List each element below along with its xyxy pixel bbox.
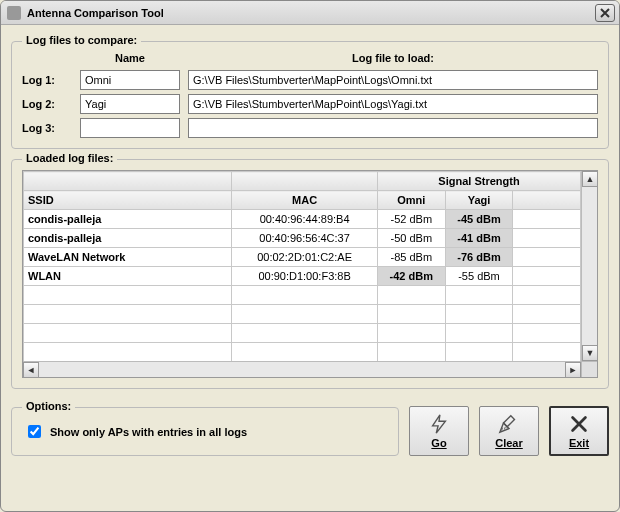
table-row-empty	[24, 324, 581, 343]
exit-button[interactable]: Exit	[549, 406, 609, 456]
col-header-file: Log file to load:	[188, 52, 598, 64]
window-content: Log files to compare: Name Log file to l…	[1, 25, 619, 466]
lightning-icon	[428, 413, 450, 435]
loaded-logs-legend: Loaded log files:	[22, 152, 117, 164]
show-only-checkbox[interactable]	[28, 425, 41, 438]
log-files-group: Log files to compare: Name Log file to l…	[11, 41, 609, 149]
scroll-track-h[interactable]	[39, 362, 565, 377]
log2-name-input[interactable]	[80, 94, 180, 114]
app-icon	[7, 6, 21, 20]
col-header-name: Name	[80, 52, 180, 64]
loaded-logs-group: Loaded log files: Signal Strength	[11, 159, 609, 389]
cell-extra	[513, 229, 581, 248]
show-only-checkbox-row[interactable]: Show only APs with entries in all logs	[22, 418, 388, 445]
th-omni[interactable]: Omni	[377, 191, 445, 210]
cell-yagi: -76 dBm	[445, 248, 513, 267]
th-mac[interactable]: MAC	[232, 191, 378, 210]
log3-file-input[interactable]	[188, 118, 598, 138]
cell-ssid: condis-palleja	[24, 229, 232, 248]
table-row-empty	[24, 343, 581, 362]
cell-mac: 00:40:96:44:89:B4	[232, 210, 378, 229]
scrollbar-horizontal[interactable]: ◄ ►	[23, 361, 581, 377]
log2-label: Log 2:	[22, 98, 72, 110]
th-blank-ssid[interactable]	[24, 172, 232, 191]
cell-omni: -42 dBm	[377, 267, 445, 286]
close-icon	[600, 8, 610, 18]
go-button-label: Go	[431, 437, 446, 449]
results-table-container: Signal Strength SSID MAC Omni Yagi condi…	[22, 170, 598, 378]
cell-yagi: -55 dBm	[445, 267, 513, 286]
cell-omni: -85 dBm	[377, 248, 445, 267]
app-window: Antenna Comparison Tool Log files to com…	[0, 0, 620, 512]
th-blank-mac[interactable]	[232, 172, 378, 191]
options-group: Options: Show only APs with entries in a…	[11, 407, 399, 456]
scroll-left-button[interactable]: ◄	[23, 362, 39, 378]
close-button[interactable]	[595, 4, 615, 22]
log3-name-input[interactable]	[80, 118, 180, 138]
th-signal-strength[interactable]: Signal Strength	[377, 172, 580, 191]
window-title: Antenna Comparison Tool	[27, 7, 595, 19]
scroll-corner	[581, 361, 597, 377]
cell-omni: -50 dBm	[377, 229, 445, 248]
show-only-label: Show only APs with entries in all logs	[50, 426, 247, 438]
th-extra[interactable]	[513, 191, 581, 210]
scrollbar-vertical[interactable]: ▲ ▼	[581, 171, 597, 361]
cell-ssid: WaveLAN Network	[24, 248, 232, 267]
titlebar: Antenna Comparison Tool	[1, 1, 619, 25]
cell-ssid: condis-palleja	[24, 210, 232, 229]
cell-extra	[513, 267, 581, 286]
log-files-legend: Log files to compare:	[22, 34, 141, 46]
exit-button-label: Exit	[569, 437, 589, 449]
scroll-right-button[interactable]: ►	[565, 362, 581, 378]
scroll-up-button[interactable]: ▲	[582, 171, 598, 187]
scroll-down-button[interactable]: ▼	[582, 345, 598, 361]
results-table: Signal Strength SSID MAC Omni Yagi condi…	[23, 171, 581, 361]
table-row[interactable]: condis-palleja00:40:96:56:4C:37-50 dBm-4…	[24, 229, 581, 248]
clear-button-label: Clear	[495, 437, 523, 449]
log1-name-input[interactable]	[80, 70, 180, 90]
log2-file-input[interactable]	[188, 94, 598, 114]
table-body: condis-palleja00:40:96:44:89:B4-52 dBm-4…	[24, 210, 581, 362]
cell-omni: -52 dBm	[377, 210, 445, 229]
go-button[interactable]: Go	[409, 406, 469, 456]
exit-icon	[568, 413, 590, 435]
cell-mac: 00:90:D1:00:F3:8B	[232, 267, 378, 286]
options-legend: Options:	[22, 400, 75, 412]
table-row[interactable]: WaveLAN Network00:02:2D:01:C2:AE-85 dBm-…	[24, 248, 581, 267]
table-row[interactable]: condis-palleja00:40:96:44:89:B4-52 dBm-4…	[24, 210, 581, 229]
th-ssid[interactable]: SSID	[24, 191, 232, 210]
th-yagi[interactable]: Yagi	[445, 191, 513, 210]
cell-mac: 00:40:96:56:4C:37	[232, 229, 378, 248]
cell-extra	[513, 210, 581, 229]
broom-icon	[498, 413, 520, 435]
cell-ssid: WLAN	[24, 267, 232, 286]
table-row[interactable]: WLAN00:90:D1:00:F3:8B-42 dBm-55 dBm	[24, 267, 581, 286]
table-row-empty	[24, 286, 581, 305]
clear-button[interactable]: Clear	[479, 406, 539, 456]
cell-yagi: -45 dBm	[445, 210, 513, 229]
scroll-track-v[interactable]	[582, 187, 597, 345]
table-row-empty	[24, 305, 581, 324]
cell-extra	[513, 248, 581, 267]
log1-file-input[interactable]	[188, 70, 598, 90]
cell-mac: 00:02:2D:01:C2:AE	[232, 248, 378, 267]
log1-label: Log 1:	[22, 74, 72, 86]
cell-yagi: -41 dBm	[445, 229, 513, 248]
log3-label: Log 3:	[22, 122, 72, 134]
